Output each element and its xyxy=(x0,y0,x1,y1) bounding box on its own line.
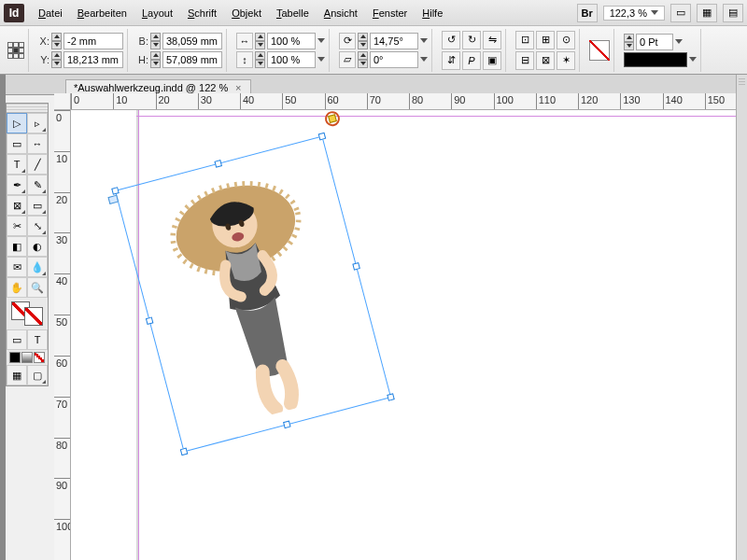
rotation-input[interactable] xyxy=(370,33,418,49)
fit-prop-button[interactable]: ⊟ xyxy=(515,51,534,70)
apply-gradient-button[interactable] xyxy=(21,352,33,363)
handle-bottom[interactable] xyxy=(283,421,291,429)
handle-bottom-left[interactable] xyxy=(180,448,189,456)
w-down[interactable] xyxy=(150,41,161,49)
document-tabbar: *Auswahlwerkzeug.indd @ 122 % × xyxy=(0,75,747,95)
rotation-handle[interactable] xyxy=(323,110,342,128)
close-tab-button[interactable]: × xyxy=(233,83,243,92)
free-transform-tool[interactable]: ⤡ xyxy=(27,216,48,236)
menu-bearbeiten[interactable]: Bearbeiten xyxy=(71,4,134,22)
menubar: Id DDateiatei Bearbeiten Layout Schrift … xyxy=(0,0,747,26)
pencil-tool[interactable]: ✎ xyxy=(27,175,48,195)
selection-tool[interactable]: ▷ xyxy=(7,113,27,133)
hand-tool[interactable]: ✋ xyxy=(7,277,27,298)
formatting-text-button[interactable]: T xyxy=(27,329,48,350)
type-tool[interactable]: T xyxy=(7,154,27,175)
apply-color-button[interactable] xyxy=(9,352,21,363)
stroke-style-select[interactable] xyxy=(624,52,687,67)
x-up[interactable] xyxy=(51,33,62,41)
ruler-origin[interactable] xyxy=(54,93,71,110)
right-panel-dock[interactable] xyxy=(736,75,747,560)
chevron-down-icon[interactable] xyxy=(420,57,428,62)
scissors-tool[interactable]: ✂ xyxy=(7,216,27,236)
x-input[interactable] xyxy=(63,33,123,49)
shear-input[interactable] xyxy=(370,51,418,68)
canvas[interactable] xyxy=(71,110,747,560)
x-down[interactable] xyxy=(51,41,62,49)
scale-x-input[interactable] xyxy=(267,33,316,49)
gradient-feather-tool[interactable]: ◐ xyxy=(27,236,48,257)
view-mode-normal[interactable]: ▦ xyxy=(7,365,27,385)
height-input[interactable] xyxy=(162,51,222,68)
menu-fenster[interactable]: Fenster xyxy=(366,4,414,22)
selection-frame[interactable] xyxy=(115,135,391,452)
menu-hilfe[interactable]: Hilfe xyxy=(416,4,449,22)
flip-h-button[interactable]: ⇋ xyxy=(483,31,501,49)
toolbox-grip[interactable] xyxy=(7,104,48,113)
handle-bottom-right[interactable] xyxy=(387,393,395,401)
chevron-down-icon[interactable] xyxy=(317,38,325,43)
zoom-level-select[interactable]: 122,3 % xyxy=(603,6,665,21)
control-bar: X: Y: B: H: ↔ ↕ xyxy=(0,26,747,75)
handle-right[interactable] xyxy=(352,262,360,271)
auto-fit-button[interactable]: ✶ xyxy=(557,51,575,70)
menu-datei[interactable]: DDateiatei xyxy=(32,4,69,22)
vertical-ruler[interactable]: 0102030405060708090100 xyxy=(54,110,71,560)
gap-tool[interactable]: ↔ xyxy=(27,133,48,154)
pen-tool[interactable]: ✒ xyxy=(7,175,27,195)
fill-swatch[interactable] xyxy=(589,40,610,61)
apply-none-button[interactable] xyxy=(34,352,45,363)
y-up[interactable] xyxy=(51,51,62,60)
rectangle-tool[interactable]: ▭ xyxy=(27,195,48,216)
note-tool[interactable]: ✉ xyxy=(7,257,27,277)
fill-frame-button[interactable]: ⊠ xyxy=(536,51,555,70)
chevron-down-icon[interactable] xyxy=(317,57,325,62)
menu-ansicht[interactable]: Ansicht xyxy=(317,4,364,22)
chevron-down-icon[interactable] xyxy=(675,39,683,44)
menu-schrift[interactable]: Schrift xyxy=(181,4,223,22)
line-tool[interactable]: ╱ xyxy=(27,154,48,175)
w-up[interactable] xyxy=(150,33,161,41)
center-content-button[interactable]: ⊙ xyxy=(557,31,575,49)
screen-mode-button[interactable]: ▭ xyxy=(670,4,691,22)
rotate-cw-button[interactable]: ↻ xyxy=(462,31,481,49)
rectangle-frame-tool[interactable]: ⊠ xyxy=(7,195,27,216)
scale-x-icon: ↔ xyxy=(236,33,253,49)
chevron-down-icon[interactable] xyxy=(689,57,697,62)
chevron-down-icon[interactable] xyxy=(420,38,428,43)
stroke-color-swatch[interactable] xyxy=(24,307,43,326)
gradient-swatch-tool[interactable]: ◧ xyxy=(7,236,27,257)
bridge-button[interactable]: Br xyxy=(577,4,598,22)
fit-content-button[interactable]: ⊡ xyxy=(515,31,534,49)
direct-selection-tool[interactable]: ▹ xyxy=(27,113,48,133)
width-input[interactable] xyxy=(162,33,222,49)
x-label: X: xyxy=(38,35,49,47)
arrange-button[interactable]: ▦ xyxy=(697,4,717,22)
y-input[interactable] xyxy=(63,51,123,68)
dock-grip[interactable] xyxy=(739,78,745,86)
menu-tabelle[interactable]: Tabelle xyxy=(270,4,316,22)
fit-frame-button[interactable]: ⊞ xyxy=(536,31,555,49)
menu-layout[interactable]: Layout xyxy=(135,4,179,22)
page-tool[interactable]: ▭ xyxy=(7,133,27,154)
menu-objekt[interactable]: Objekt xyxy=(225,4,268,22)
y-down[interactable] xyxy=(51,60,62,68)
scale-y-input[interactable] xyxy=(267,51,316,68)
zoom-tool[interactable]: 🔍 xyxy=(27,277,48,298)
view-mode-preview[interactable]: ▢ xyxy=(27,365,48,385)
select-content-button[interactable]: ▣ xyxy=(483,51,501,70)
select-container-button[interactable]: P xyxy=(462,51,481,70)
eyedropper-tool[interactable]: 💧 xyxy=(27,257,48,277)
formatting-container-button[interactable]: ▭ xyxy=(7,329,27,350)
placed-image[interactable] xyxy=(116,137,390,452)
horizontal-ruler[interactable]: 0102030405060708090100110120130140150 xyxy=(71,93,747,110)
h-down[interactable] xyxy=(150,60,161,68)
stroke-width-input[interactable] xyxy=(636,34,673,50)
y-label: Y: xyxy=(38,54,49,65)
h-up[interactable] xyxy=(150,51,161,60)
chevron-down-icon xyxy=(651,10,658,15)
flip-v-button[interactable]: ⇵ xyxy=(442,51,460,70)
rotate-ccw-button[interactable]: ↺ xyxy=(442,31,460,49)
workspace-button[interactable]: ▤ xyxy=(723,4,743,22)
handle-top-right[interactable] xyxy=(318,133,327,141)
